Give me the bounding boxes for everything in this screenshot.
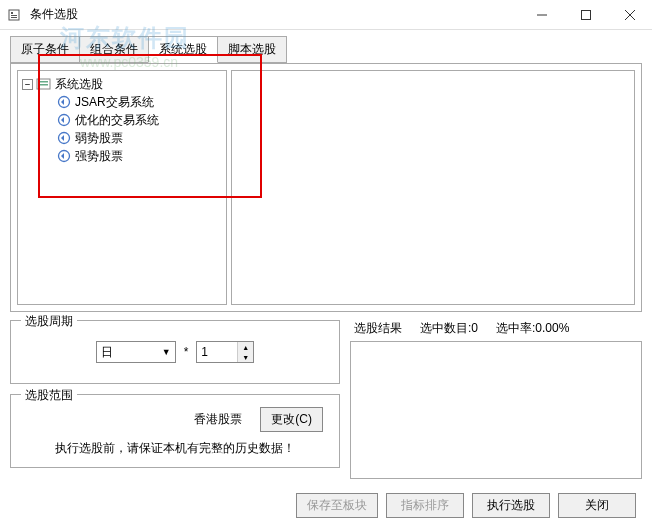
tree-panel: − 系统选股 JSAR交易系统 优化的交易系统 弱势股票 [17,70,227,305]
change-button[interactable]: 更改(C) [260,407,323,432]
minimize-button[interactable] [520,0,564,29]
tab-script[interactable]: 脚本选股 [217,36,287,63]
multiply-label: * [184,345,189,359]
period-unit-select[interactable]: 日 ▼ [96,341,176,363]
range-fieldset: 选股范围 香港股票 更改(C) 执行选股前，请保证本机有完整的历史数据！ [10,394,340,468]
svg-rect-10 [39,84,48,86]
tree-root[interactable]: − 系统选股 [22,75,222,93]
svg-rect-1 [11,12,13,14]
tab-system[interactable]: 系统选股 [148,36,218,63]
period-legend: 选股周期 [21,313,77,330]
item-icon [56,113,72,127]
result-rate: 选中率:0.00% [496,320,569,337]
result-title: 选股结果 [354,320,402,337]
market-label: 香港股票 [194,411,242,428]
svg-rect-9 [39,81,48,83]
tree: − 系统选股 JSAR交易系统 优化的交易系统 弱势股票 [22,75,222,165]
range-note: 执行选股前，请保证本机有完整的历史数据！ [21,440,329,457]
window-title: 条件选股 [30,6,520,23]
tree-item-weak[interactable]: 弱势股票 [56,129,222,147]
folder-icon [36,77,52,91]
period-value-input[interactable] [197,342,237,362]
svg-rect-3 [11,17,17,18]
item-icon [56,149,72,163]
spin-down-button[interactable]: ▼ [238,352,253,362]
tree-root-label[interactable]: 系统选股 [55,76,103,93]
main-frame: − 系统选股 JSAR交易系统 优化的交易系统 弱势股票 [10,63,642,312]
close-window-button[interactable]: 关闭 [558,493,636,518]
chevron-down-icon: ▼ [162,347,171,357]
footer: 保存至板块 指标排序 执行选股 关闭 [0,487,652,527]
item-icon [56,131,72,145]
tabs: 原子条件 组合条件 系统选股 脚本选股 [0,30,652,63]
tree-item-strong[interactable]: 强势股票 [56,147,222,165]
spin-up-button[interactable]: ▲ [238,342,253,352]
tree-item-jsar[interactable]: JSAR交易系统 [56,93,222,111]
tree-item-optimized[interactable]: 优化的交易系统 [56,111,222,129]
result-header: 选股结果 选中数目:0 选中率:0.00% [350,320,642,337]
execute-button[interactable]: 执行选股 [472,493,550,518]
maximize-button[interactable] [564,0,608,29]
titlebar: 条件选股 [0,0,652,30]
result-list[interactable] [350,341,642,479]
item-icon [56,95,72,109]
rank-button[interactable]: 指标排序 [386,493,464,518]
period-fieldset: 选股周期 日 ▼ * ▲ ▼ [10,320,340,384]
app-icon [8,8,24,22]
tab-atomic[interactable]: 原子条件 [10,36,80,63]
collapse-icon[interactable]: − [22,79,33,90]
svg-rect-5 [582,10,591,19]
detail-panel [231,70,635,305]
result-count: 选中数目:0 [420,320,478,337]
svg-rect-2 [11,15,17,16]
save-block-button[interactable]: 保存至板块 [296,493,378,518]
period-value-spinner[interactable]: ▲ ▼ [196,341,254,363]
range-legend: 选股范围 [21,387,77,404]
close-button[interactable] [608,0,652,29]
tab-combo[interactable]: 组合条件 [79,36,149,63]
